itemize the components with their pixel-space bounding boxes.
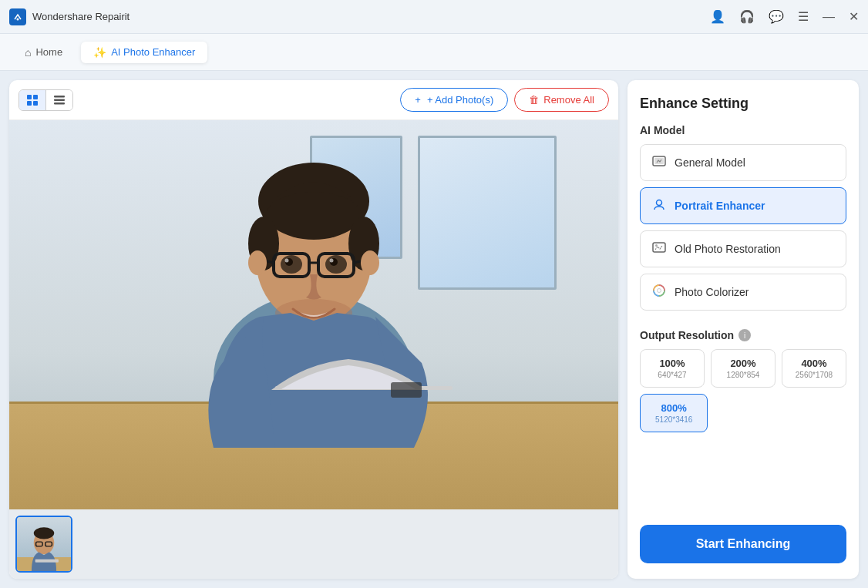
svg-rect-5	[33, 101, 38, 106]
colorizer-label: Photo Colorizer	[675, 286, 749, 298]
resolution-grid: 100% 640*427 200% 1280*854 400% 2560*170…	[640, 349, 846, 388]
svg-point-1	[17, 18, 19, 20]
person-image	[152, 120, 476, 448]
general-model-label: General Model	[675, 156, 745, 169]
title-bar-left: Wondershare Repairit	[9, 8, 130, 25]
res-200-label: 200%	[730, 358, 755, 369]
remove-all-label: Remove All	[543, 94, 594, 106]
model-old-photo[interactable]: Old Photo Restoration	[640, 230, 846, 267]
res-400-label: 400%	[801, 358, 826, 369]
colorizer-icon	[651, 284, 667, 301]
portrait-icon	[651, 197, 667, 214]
svg-point-27	[248, 250, 267, 275]
res-400-sub: 2560*1708	[796, 371, 833, 379]
res-100-label: 100%	[659, 358, 685, 369]
svg-rect-0	[12, 12, 23, 22]
menu-icon[interactable]: ☰	[798, 9, 809, 24]
app-logo	[9, 8, 26, 25]
svg-rect-4	[27, 101, 32, 106]
resolution-200[interactable]: 200% 1280*854	[711, 349, 775, 388]
resolution-400[interactable]: 400% 2560*1708	[782, 349, 846, 388]
resolution-label-row: Output Resolution i	[640, 329, 846, 341]
panel-title: Enhance Setting	[640, 96, 846, 112]
title-bar: Wondershare Repairit 👤 🎧 💬 ☰ — ✕	[0, 0, 868, 34]
minimize-icon[interactable]: —	[823, 10, 835, 24]
svg-point-24	[285, 259, 289, 263]
tab-ai-photo[interactable]: ✨ AI Photo Enhancer	[81, 42, 207, 63]
svg-point-45	[658, 289, 661, 293]
start-enhancing-button[interactable]: Start Enhancing	[640, 525, 846, 563]
res-800-sub: 5120*3416	[655, 415, 692, 424]
add-icon: +	[415, 94, 421, 106]
old-photo-label: Old Photo Restoration	[675, 243, 781, 255]
chat-icon[interactable]: 💬	[769, 9, 784, 24]
trash-icon: 🗑	[529, 94, 539, 106]
main-content: + + Add Photo(s) 🗑 Remove All	[0, 71, 868, 588]
svg-point-35	[34, 527, 54, 539]
title-bar-icons: 👤 🎧 💬 ☰ — ✕	[710, 9, 859, 24]
general-model-icon	[651, 154, 667, 171]
resolution-800[interactable]: 800% 5120*3416	[640, 394, 708, 432]
tab-ai-photo-label: AI Photo Enhancer	[111, 46, 195, 58]
resolution-label: Output Resolution	[640, 329, 734, 341]
svg-rect-2	[27, 95, 32, 99]
old-photo-icon	[651, 240, 667, 257]
main-photo	[9, 120, 618, 509]
close-button[interactable]: ✕	[849, 9, 859, 24]
app-title: Wondershare Repairit	[32, 11, 130, 22]
tab-home[interactable]: ⌂ Home	[12, 42, 75, 63]
portrait-enhancer-label: Portrait Enhancer	[675, 200, 765, 212]
res-200-sub: 1280*854	[727, 371, 760, 379]
resolution-800-row: 800% 5120*3416	[640, 394, 846, 432]
svg-rect-42	[653, 243, 665, 252]
res-100-sub: 640*427	[658, 371, 686, 379]
view-toggle	[19, 89, 73, 111]
svg-rect-8	[54, 102, 65, 105]
tab-home-label: Home	[35, 46, 62, 58]
svg-rect-6	[54, 96, 65, 98]
svg-rect-3	[33, 95, 38, 99]
thumbnail-item[interactable]	[15, 516, 72, 573]
left-panel: + + Add Photo(s) 🗑 Remove All	[9, 80, 618, 579]
svg-point-28	[361, 250, 379, 275]
add-photos-label: + Add Photo(s)	[427, 94, 493, 106]
svg-rect-30	[391, 382, 422, 398]
svg-point-41	[657, 200, 662, 206]
home-icon: ⌂	[25, 46, 31, 59]
svg-point-43	[655, 244, 658, 247]
user-icon[interactable]: 👤	[710, 9, 725, 24]
info-icon[interactable]: i	[738, 329, 751, 341]
model-general[interactable]: General Model	[640, 144, 846, 181]
resolution-100[interactable]: 100% 640*427	[640, 349, 705, 388]
add-photos-button[interactable]: + + Add Photo(s)	[400, 88, 508, 112]
headphone-icon[interactable]: 🎧	[739, 9, 755, 24]
toolbar: + + Add Photo(s) 🗑 Remove All	[9, 80, 618, 120]
ai-icon: ✨	[93, 46, 106, 59]
nav-bar: ⌂ Home ✨ AI Photo Enhancer	[0, 34, 868, 71]
res-800-label: 800%	[661, 402, 687, 414]
photo-area	[9, 120, 618, 509]
svg-point-25	[330, 259, 334, 263]
model-portrait[interactable]: Portrait Enhancer	[640, 187, 846, 224]
ai-model-section: AI Model General Model	[640, 124, 846, 317]
resolution-section: Output Resolution i 100% 640*427 200% 12…	[640, 329, 846, 432]
svg-rect-7	[54, 99, 65, 101]
model-colorizer[interactable]: Photo Colorizer	[640, 274, 846, 311]
grid-view-button[interactable]	[19, 90, 45, 110]
right-panel: Enhance Setting AI Model General Model	[627, 80, 859, 579]
svg-rect-38	[35, 559, 59, 563]
thumbnail-strip	[9, 509, 618, 579]
ai-model-label: AI Model	[640, 124, 846, 136]
remove-all-button[interactable]: 🗑 Remove All	[514, 88, 609, 112]
list-view-button[interactable]	[45, 90, 72, 110]
